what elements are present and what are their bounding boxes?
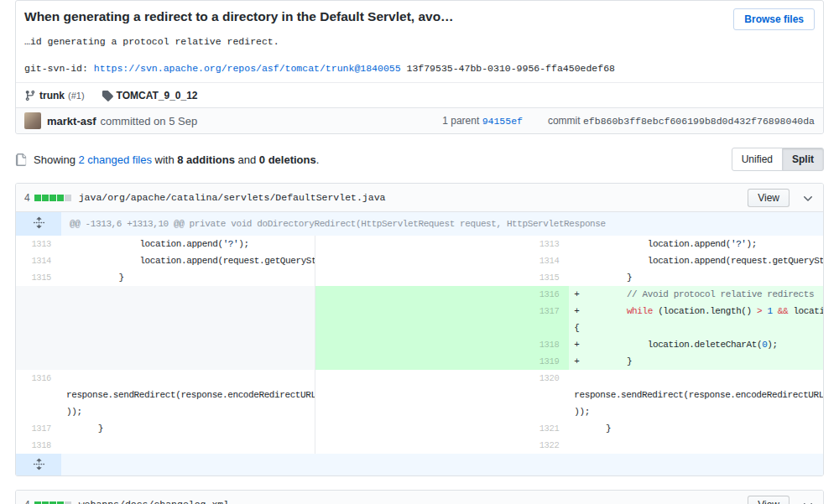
view-button[interactable]: View [748, 496, 789, 504]
diff-summary-row: Showing 2 changed files with 8 additions… [15, 148, 824, 171]
hunk-header: @@ -1313,6 +1313,10 @@ private void doDi… [61, 212, 823, 236]
code-cell: + location.deleteCharAt(0); [569, 336, 823, 353]
period: . [316, 153, 320, 166]
diffstat [34, 501, 71, 504]
diffstat-block-add [42, 501, 49, 504]
line-number[interactable]: 1319 [315, 353, 570, 370]
empty-gutter [16, 286, 61, 303]
context-marker [66, 437, 77, 454]
code-cell: + while (location.length() > 1 && locati… [569, 303, 823, 336]
diffstat-block-neutral [65, 195, 71, 201]
line-number[interactable]: 1313 [315, 236, 570, 252]
context-marker [66, 420, 77, 437]
empty-code-cell [61, 353, 315, 370]
commit-header-box: When generating a redirect to a director… [15, 0, 824, 134]
line-number[interactable]: 1315 [16, 269, 61, 286]
diff-row: 1316 response.sendRedirect(response.enco… [16, 370, 823, 420]
parent-sha-link[interactable]: 94155ef [482, 116, 523, 127]
line-number[interactable]: 1316 [315, 286, 570, 303]
commit-meta-row: markt-asf committed on 5 Sep 1 parent 94… [16, 107, 823, 133]
unfold-button[interactable] [16, 212, 61, 236]
line-number[interactable]: 1316 [16, 370, 61, 420]
and-text: and [235, 153, 259, 166]
line-number[interactable]: 1317 [16, 420, 61, 437]
with-text: with [152, 153, 177, 166]
addition-marker: + [574, 303, 585, 320]
diff-row: 1315 }1315 } [16, 269, 823, 286]
diffstat-block-add [50, 195, 56, 201]
file-changes-count: 4 [24, 499, 30, 504]
commit-description-line: …id generating a protocol relative redir… [24, 35, 815, 49]
diffstat-block-add [57, 501, 64, 504]
git-svn-uuid: 13f79535-47bb-0310-9956-ffa450edef68 [401, 63, 615, 74]
diffstat [34, 195, 71, 201]
file-header-controls: View [748, 189, 815, 207]
diff-row: 1318+ location.deleteCharAt(0); [16, 336, 823, 353]
branch-link[interactable]: trunk (#1) [24, 90, 85, 101]
addition-marker: + [574, 353, 585, 370]
line-number[interactable]: 1320 [315, 370, 570, 420]
addition-marker: + [574, 286, 585, 303]
code-cell [569, 437, 823, 454]
commit-page: When generating a redirect to a director… [0, 0, 839, 504]
git-svn-label: git-svn-id: [24, 63, 94, 74]
tag-link[interactable]: TOMCAT_9_0_12 [102, 90, 198, 101]
context-marker [574, 252, 585, 269]
context-marker [66, 370, 77, 387]
chevron-down-icon[interactable] [801, 498, 815, 504]
avatar[interactable] [24, 112, 41, 129]
line-number[interactable]: 1322 [315, 437, 570, 454]
unfold-button[interactable] [16, 454, 61, 475]
file-changes-count: 4 [24, 192, 30, 204]
empty-gutter [16, 336, 61, 353]
diffstat-block-add [34, 195, 41, 201]
commit-date: committed on 5 Sep [101, 115, 198, 127]
diff-row: 1314 location.append(request.getQueryStr… [16, 252, 823, 269]
code-cell: + } [569, 353, 823, 370]
line-number[interactable]: 1317 [315, 303, 570, 336]
unfold-icon [33, 458, 45, 470]
line-number[interactable]: 1314 [315, 252, 570, 269]
diffstat-block-neutral [65, 501, 71, 504]
empty-gutter [16, 303, 61, 336]
commit-meta: 1 parent 94155ef commit efb860b3ff8ebcf6… [442, 115, 815, 127]
line-number[interactable]: 1318 [16, 437, 61, 454]
commit-sha-label: commit [548, 115, 581, 127]
diff-view-toggle: Unified Split [732, 148, 824, 171]
context-marker [574, 269, 585, 286]
line-number[interactable]: 1318 [315, 336, 570, 353]
chevron-down-icon[interactable] [801, 191, 815, 205]
empty-code-cell [61, 286, 315, 303]
branch-ref: (#1) [68, 91, 85, 101]
unified-button[interactable]: Unified [732, 148, 783, 171]
commit-title-row: When generating a redirect to a director… [16, 1, 823, 32]
commit-title: When generating a redirect to a director… [24, 8, 454, 25]
empty-gutter [16, 353, 61, 370]
addition-marker: + [574, 336, 585, 353]
changed-files-link[interactable]: 2 changed files [78, 153, 151, 166]
expand-row [16, 454, 823, 475]
code-cell: location.append(request.getQueryString()… [61, 252, 315, 269]
line-number[interactable]: 1314 [16, 252, 61, 269]
git-svn-link[interactable]: https://svn.apache.org/repos/asf/tomcat/… [94, 63, 401, 74]
line-number[interactable]: 1313 [16, 236, 61, 252]
view-button[interactable]: View [748, 189, 789, 207]
code-cell: response.sendRedirect(response.encodeRed… [61, 370, 315, 420]
empty-code-cell [61, 303, 315, 336]
browse-files-button[interactable]: Browse files [733, 8, 815, 30]
split-button[interactable]: Split [782, 148, 824, 171]
context-marker [574, 370, 585, 387]
branch-row: trunk (#1) TOMCAT_9_0_12 [16, 82, 823, 107]
code-cell: } [569, 420, 823, 437]
git-svn-line: git-svn-id: https://svn.apache.org/repos… [24, 62, 815, 75]
parent-label: 1 parent [442, 115, 479, 127]
file-diff-changelog: 4 webapps/docs/changelog.xml View [15, 490, 824, 504]
diff-row: 1317 }1321 } [16, 420, 823, 437]
diff-row: 1318 1322 [16, 437, 823, 454]
file-path: java/org/apache/catalina/servlets/Defaul… [79, 192, 386, 203]
diff-row: 1316+ // Avoid protocol relative redirec… [16, 286, 823, 303]
line-number[interactable]: 1315 [315, 269, 570, 286]
line-number[interactable]: 1321 [315, 420, 570, 437]
author-name[interactable]: markt-asf [47, 115, 96, 127]
diffstat-block-add [50, 501, 56, 504]
